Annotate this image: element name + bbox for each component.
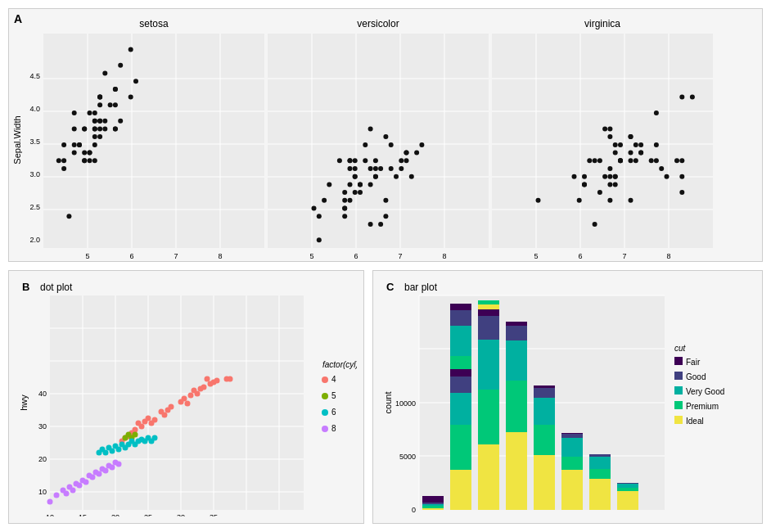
svg-point-181 <box>665 174 670 179</box>
svg-point-195 <box>629 134 633 139</box>
svg-rect-351 <box>506 340 527 381</box>
svg-point-68 <box>97 119 102 124</box>
svg-point-111 <box>317 237 322 242</box>
svg-point-169 <box>679 190 684 195</box>
svg-point-178 <box>597 158 602 163</box>
svg-text:10: 10 <box>46 513 54 516</box>
panel-A: A Sepal.Width 2.0 2.5 3.0 3.5 4.0 4.5 se… <box>8 8 763 262</box>
svg-text:8: 8 <box>331 424 336 433</box>
svg-text:6: 6 <box>331 408 336 417</box>
main-container: A Sepal.Width 2.0 2.5 3.0 3.5 4.0 4.5 se… <box>0 0 771 532</box>
svg-point-134 <box>368 182 373 187</box>
svg-point-254 <box>149 421 155 426</box>
svg-point-163 <box>633 158 638 163</box>
svg-text:15: 15 <box>79 513 87 516</box>
svg-text:count: count <box>383 392 393 414</box>
svg-point-61 <box>113 102 118 107</box>
svg-point-177 <box>602 174 607 179</box>
svg-text:versicolor: versicolor <box>357 18 399 29</box>
svg-point-144 <box>317 214 322 219</box>
svg-point-300 <box>90 475 96 480</box>
svg-text:4.0: 4.0 <box>29 105 40 113</box>
svg-point-289 <box>47 499 53 505</box>
svg-rect-356 <box>534 398 555 425</box>
svg-point-96 <box>82 158 87 163</box>
svg-rect-347 <box>478 316 499 340</box>
svg-text:setosa: setosa <box>139 18 169 29</box>
svg-point-114 <box>373 166 378 171</box>
svg-point-160 <box>654 110 659 115</box>
bar-VVS1 <box>589 454 611 510</box>
svg-point-136 <box>368 126 373 131</box>
svg-text:5: 5 <box>331 391 336 400</box>
bar-SI1-v2 <box>478 309 499 510</box>
svg-point-230 <box>322 376 328 383</box>
svg-point-143 <box>358 190 363 195</box>
svg-point-123 <box>383 198 388 203</box>
svg-text:6: 6 <box>129 252 133 260</box>
svg-rect-339 <box>450 470 471 510</box>
svg-rect-345 <box>478 390 499 444</box>
svg-point-135 <box>337 158 342 163</box>
svg-point-121 <box>363 142 367 147</box>
svg-text:5: 5 <box>85 252 89 260</box>
svg-point-248 <box>198 386 204 392</box>
svg-point-192 <box>638 151 643 156</box>
svg-point-232 <box>322 393 328 399</box>
svg-text:6: 6 <box>578 252 582 260</box>
svg-point-55 <box>92 110 97 115</box>
svg-rect-360 <box>561 457 583 470</box>
svg-text:hwy: hwy <box>19 394 29 411</box>
svg-point-141 <box>342 190 347 195</box>
svg-text:cut: cut <box>674 344 687 353</box>
svg-rect-346 <box>478 340 499 390</box>
svg-point-102 <box>389 142 394 147</box>
svg-rect-387 <box>674 386 683 394</box>
svg-point-196 <box>629 158 633 163</box>
svg-point-140 <box>342 198 347 203</box>
svg-point-110 <box>327 182 331 187</box>
svg-rect-338 <box>422 499 444 503</box>
svg-point-180 <box>654 158 659 163</box>
svg-text:virginica: virginica <box>584 18 620 29</box>
svg-rect-330 <box>450 310 471 326</box>
svg-point-306 <box>110 465 115 471</box>
svg-text:dot plot: dot plot <box>40 282 73 293</box>
svg-point-275 <box>110 449 115 454</box>
svg-point-166 <box>613 142 618 147</box>
svg-rect-372 <box>617 483 638 484</box>
svg-point-138 <box>383 214 388 219</box>
svg-text:7: 7 <box>622 252 626 260</box>
svg-point-108 <box>312 206 317 211</box>
svg-text:4: 4 <box>331 375 336 384</box>
scatter-svg: Sepal.Width 2.0 2.5 3.0 3.5 4.0 4.5 seto… <box>9 9 762 261</box>
svg-text:35: 35 <box>210 513 218 516</box>
svg-point-129 <box>368 166 373 171</box>
svg-point-54 <box>72 151 77 156</box>
svg-text:Fair: Fair <box>686 358 701 367</box>
svg-text:20: 20 <box>38 455 47 463</box>
svg-point-242 <box>188 393 194 399</box>
svg-point-183 <box>613 174 618 179</box>
svg-point-98 <box>72 142 77 147</box>
dot-plot-svg: B dot plot <box>16 277 357 516</box>
svg-rect-326 <box>422 496 444 499</box>
svg-point-86 <box>92 142 97 147</box>
svg-rect-353 <box>506 322 527 326</box>
svg-point-174 <box>607 182 612 187</box>
virginica-panel: virginica 5 6 7 8 <box>492 18 713 260</box>
svg-text:5000: 5000 <box>399 453 416 461</box>
svg-rect-367 <box>589 454 611 457</box>
svg-point-294 <box>70 488 76 494</box>
svg-rect-359 <box>561 470 583 510</box>
svg-point-250 <box>165 408 171 413</box>
bar-plot-svg: C bar plot 0 5000 10000 <box>380 277 755 516</box>
svg-point-92 <box>66 214 71 219</box>
svg-point-87 <box>118 119 123 124</box>
bar-VS1 <box>534 385 555 510</box>
svg-point-298 <box>83 480 89 485</box>
svg-rect-349 <box>506 432 527 510</box>
svg-rect-337 <box>422 503 444 504</box>
svg-point-245 <box>178 399 184 405</box>
svg-point-273 <box>103 450 109 456</box>
